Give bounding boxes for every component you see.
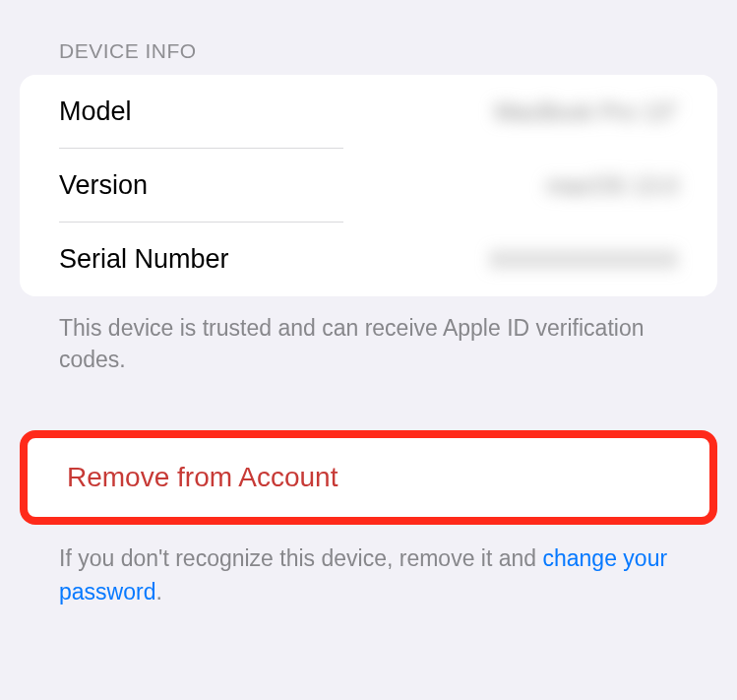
row-model: Model MacBook Pro 13" <box>20 75 717 149</box>
recognize-device-footer: If you don't recognize this device, remo… <box>0 525 737 626</box>
remove-from-account-button[interactable]: Remove from Account <box>20 430 717 525</box>
trusted-device-footer: This device is trusted and can receive A… <box>0 296 737 391</box>
recognize-text-prefix: If you don't recognize this device, remo… <box>59 545 543 571</box>
label-version: Version <box>59 170 148 201</box>
label-model: Model <box>59 96 132 127</box>
value-model: MacBook Pro 13" <box>495 98 678 126</box>
section-header-device-info: DEVICE INFO <box>0 20 737 75</box>
device-settings-panel: DEVICE INFO Model MacBook Pro 13" Versio… <box>0 20 737 626</box>
value-version: macOS 13.0 <box>547 172 678 200</box>
remove-from-account-label: Remove from Account <box>67 462 338 492</box>
label-serial-number: Serial Number <box>59 244 229 275</box>
recognize-text-period: . <box>155 579 161 605</box>
row-version: Version macOS 13.0 <box>20 149 717 223</box>
value-serial-number: XXXXXXXXXXXX <box>489 246 678 274</box>
device-info-card: Model MacBook Pro 13" Version macOS 13.0… <box>20 75 717 296</box>
row-serial-number: Serial Number XXXXXXXXXXXX <box>20 223 717 296</box>
